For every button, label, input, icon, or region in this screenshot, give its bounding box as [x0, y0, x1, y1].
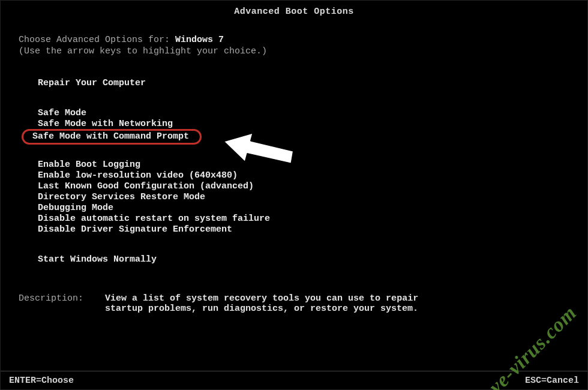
description-block: Description: View a list of system recov… — [19, 293, 587, 314]
option-start-windows-normally[interactable]: Start Windows Normally — [31, 254, 164, 266]
footer-bar: ENTER=Choose ESC=Cancel — [1, 376, 587, 386]
boot-options-screen: Advanced Boot Options Choose Advanced Op… — [0, 0, 588, 390]
choose-prefix: Choose Advanced Options for: — [19, 35, 175, 45]
footer-divider — [1, 371, 587, 371]
description-line2: startup problems, run diagnostics, or re… — [105, 304, 418, 314]
option-debugging-mode[interactable]: Debugging Mode — [31, 202, 121, 214]
option-safe-mode-networking[interactable]: Safe Mode with Networking — [31, 118, 180, 130]
option-directory-services-restore[interactable]: Directory Services Restore Mode — [31, 191, 212, 203]
option-low-res-video[interactable]: Enable low-resolution video (640x480) — [31, 170, 245, 182]
option-disable-driver-sig[interactable]: Disable Driver Signature Enforcement — [31, 224, 239, 236]
option-last-known-good-config[interactable]: Last Known Good Configuration (advanced) — [31, 181, 261, 193]
instruction-line: (Use the arrow keys to highlight your ch… — [19, 46, 587, 56]
description-label: Description: — [19, 293, 83, 304]
description-line1: View a list of system recovery tools you… — [105, 293, 418, 304]
choose-prompt: Choose Advanced Options for: Windows 7 — [19, 35, 587, 45]
option-enable-boot-logging[interactable]: Enable Boot Logging — [31, 159, 148, 171]
options-list: Repair Your Computer Safe Mode Safe Mode… — [31, 77, 587, 265]
option-safe-mode-command-prompt[interactable]: Safe Mode with Command Prompt — [22, 129, 202, 145]
option-disable-auto-restart[interactable]: Disable automatic restart on system fail… — [31, 213, 277, 225]
footer-esc: ESC=Cancel — [525, 376, 579, 386]
option-safe-mode[interactable]: Safe Mode — [31, 107, 94, 119]
page-title: Advanced Boot Options — [1, 7, 587, 17]
os-name: Windows 7 — [175, 35, 224, 45]
footer-enter: ENTER=Choose — [9, 376, 74, 386]
option-repair-your-computer[interactable]: Repair Your Computer — [31, 77, 153, 89]
